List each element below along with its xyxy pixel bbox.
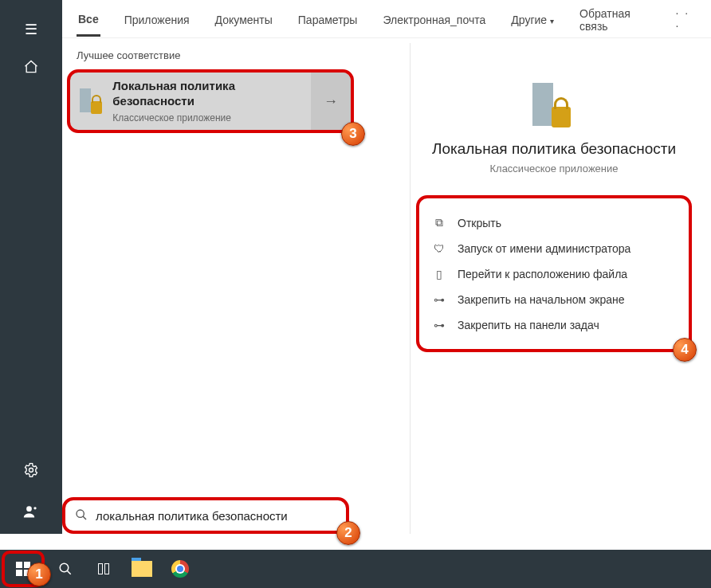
action-run-admin[interactable]: 🛡 Запуск от имени администратора (427, 236, 681, 261)
search-box[interactable] (62, 497, 349, 534)
settings-icon[interactable] (23, 462, 39, 481)
detail-subtitle: Классическое приложение (411, 163, 697, 174)
user-icon[interactable] (23, 504, 39, 523)
search-panel: Все Приложения Документы Параметры Элект… (62, 0, 711, 534)
svg-point-2 (33, 507, 36, 509)
open-icon: ⧉ (432, 216, 446, 229)
action-pin-taskbar[interactable]: ⊶ Закрепить на панели задач (427, 312, 681, 338)
filter-tabs: Все Приложения Документы Параметры Элект… (62, 0, 711, 38)
svg-line-6 (67, 570, 71, 574)
search-icon (75, 508, 88, 523)
more-icon[interactable]: · · · (676, 6, 697, 32)
feedback-link[interactable]: Обратная связь (578, 0, 655, 41)
detail-title: Локальная политика безопасности (411, 140, 697, 158)
result-subtitle: Классическое приложение (112, 112, 303, 123)
chevron-down-icon: ▾ (550, 17, 554, 25)
chrome-icon[interactable] (161, 550, 199, 588)
secpol-icon (80, 87, 103, 116)
action-pin-start[interactable]: ⊶ Закрепить на начальном экране (427, 287, 681, 312)
annotation-badge-1: 1 (27, 563, 51, 586)
secpol-large-icon (529, 81, 579, 131)
pin-icon: ⊶ (432, 293, 446, 306)
pin-icon: ⊶ (432, 319, 446, 331)
task-view-icon[interactable] (84, 550, 123, 588)
svg-point-0 (29, 468, 33, 472)
svg-point-3 (77, 510, 84, 517)
tab-other[interactable]: Другие▾ (509, 2, 556, 35)
taskbar-search-icon[interactable] (46, 550, 84, 588)
result-title: Локальная политика безопасности (112, 79, 303, 109)
tab-settings[interactable]: Параметры (297, 2, 359, 35)
folder-icon: ▯ (432, 268, 446, 280)
svg-line-4 (83, 516, 86, 519)
shield-icon: 🛡 (432, 242, 446, 255)
detail-pane: Локальная политика безопасности Классиче… (411, 38, 697, 534)
actions-group: ⧉ Открыть 🛡 Запуск от имени администрато… (416, 195, 692, 352)
tab-email[interactable]: Электронная_почта (381, 2, 487, 35)
file-explorer-icon[interactable] (123, 550, 161, 588)
hamburger-icon[interactable]: ☰ (25, 21, 37, 38)
tab-all[interactable]: Все (77, 2, 100, 37)
svg-point-1 (26, 506, 32, 512)
action-open[interactable]: ⧉ Открыть (427, 210, 681, 236)
annotation-badge-4: 4 (673, 338, 697, 362)
start-sidebar: ☰ (0, 0, 62, 534)
best-match-result[interactable]: Локальная политика безопасности Классиче… (67, 69, 354, 133)
expand-arrow-icon[interactable]: → (311, 73, 351, 130)
action-file-location[interactable]: ▯ Перейти к расположению файла (427, 261, 681, 287)
taskbar (0, 550, 711, 588)
search-input[interactable] (96, 509, 336, 523)
annotation-badge-3: 3 (341, 122, 365, 146)
svg-point-5 (60, 563, 69, 572)
tab-docs[interactable]: Документы (214, 2, 274, 35)
home-icon[interactable] (23, 59, 39, 78)
tab-apps[interactable]: Приложения (123, 2, 191, 35)
annotation-badge-2: 2 (336, 521, 360, 545)
